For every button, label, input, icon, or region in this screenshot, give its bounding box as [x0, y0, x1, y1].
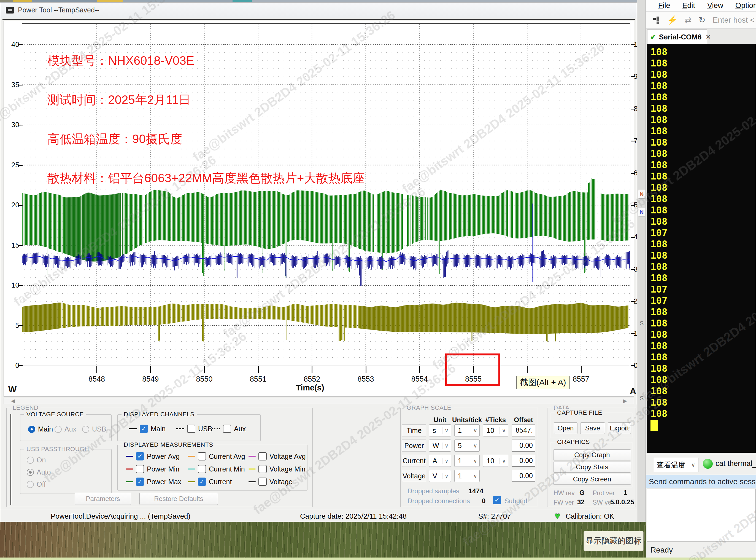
copy-screen-button[interactable]: Copy Screen: [553, 474, 631, 485]
radio-off[interactable]: [27, 481, 34, 488]
units-per-tick-dropdown-time[interactable]: 1∨: [454, 424, 480, 437]
ticks-dropdown-current[interactable]: 10∨: [483, 455, 508, 467]
usb-pt-on[interactable]: On: [27, 456, 46, 464]
radio-main[interactable]: [28, 426, 35, 433]
units-per-tick-dropdown-current[interactable]: 1∨: [454, 455, 480, 467]
enter-host-field[interactable]: Enter host <: [713, 16, 755, 24]
export-button[interactable]: Export: [608, 422, 631, 434]
quick-connect-icon[interactable]: ⚡: [667, 15, 677, 25]
send-commands-bar[interactable]: Send commands to active sess: [646, 475, 756, 488]
copy-stats-button[interactable]: Copy Stats: [553, 462, 631, 473]
menu-options[interactable]: Options: [735, 1, 756, 10]
show-hidden-icons-tooltip[interactable]: 显示隐藏的图标: [584, 531, 644, 551]
offset-field-time[interactable]: 8547.: [512, 424, 535, 437]
unit-dropdown-power[interactable]: W∨: [429, 440, 451, 452]
radio-usb[interactable]: [82, 426, 89, 433]
unit-dropdown-voltage[interactable]: V∨: [429, 470, 451, 482]
restore-defaults-button[interactable]: Restore Defaults: [140, 493, 218, 505]
radio-aux[interactable]: [55, 426, 62, 433]
ticks-dropdown-time[interactable]: 10∨: [483, 424, 508, 437]
powertool-titlebar[interactable]: Power Tool --TempSaved--: [0, 2, 637, 18]
scale-row-voltage[interactable]: Voltage: [402, 470, 426, 482]
subgrid-checkbox[interactable]: ✓: [493, 496, 501, 504]
y-right-tick-mark: [631, 205, 635, 206]
save-button[interactable]: Save: [580, 422, 605, 434]
offset-field-voltage[interactable]: 0.00: [512, 470, 535, 482]
offset-field-power[interactable]: 0.00: [512, 440, 535, 452]
terminal-line: 108: [650, 205, 756, 216]
measure-voltage-avg[interactable]: Voltage Avg: [249, 452, 306, 460]
copy-graph-button[interactable]: Copy Graph: [553, 449, 631, 460]
measure-checkbox[interactable]: [198, 452, 206, 460]
terminal-line: 108: [650, 273, 756, 284]
measure-current-avg[interactable]: Current Avg: [188, 452, 245, 460]
measure-checkbox[interactable]: [136, 465, 144, 473]
menu-edit[interactable]: Edit: [682, 1, 695, 10]
run-command-icon[interactable]: [703, 459, 713, 469]
offset-field-current[interactable]: 0.00: [512, 455, 535, 467]
radio-group-aux[interactable]: Aux: [55, 425, 76, 433]
usb-pt-auto[interactable]: Auto: [27, 468, 51, 476]
tab-serial-com6[interactable]: ✔ Serial-COM6 ✕: [647, 29, 707, 44]
channel-checkbox-main[interactable]: ✓: [140, 425, 148, 433]
measure-current[interactable]: ✓Current: [188, 478, 232, 486]
menu-file[interactable]: File: [658, 1, 670, 10]
scroll-right-icon[interactable]: ▶: [623, 398, 627, 404]
measure-checkbox[interactable]: [258, 452, 267, 460]
sidebar-tab-s[interactable]: S: [639, 320, 645, 327]
channel-aux[interactable]: Aux: [212, 425, 246, 433]
measure-checkbox[interactable]: ✓: [136, 452, 144, 460]
terminal-input-box[interactable]: [647, 488, 756, 542]
saved-command-dropdown[interactable]: 查看温度 ∨: [654, 458, 698, 472]
unit-dropdown-time[interactable]: s∨: [429, 424, 451, 437]
measure-power-min[interactable]: Power Min: [126, 465, 180, 473]
measure-color-dash: [126, 456, 133, 457]
x-tick-mark: [419, 366, 420, 373]
measure-current-min[interactable]: Current Min: [188, 465, 245, 473]
open-button[interactable]: Open: [554, 422, 578, 434]
scroll-left-icon[interactable]: ◀: [11, 398, 15, 404]
menu-view[interactable]: View: [707, 1, 723, 10]
channel-checkbox-aux[interactable]: [223, 425, 231, 433]
measure-checkbox[interactable]: ✓: [136, 478, 144, 486]
channel-checkbox-usb[interactable]: [187, 425, 195, 433]
units-per-tick-dropdown-power[interactable]: 5∨: [454, 440, 480, 452]
measure-checkbox[interactable]: [258, 478, 267, 486]
channel-main[interactable]: ✓Main: [129, 425, 166, 433]
sidebar-tab-n[interactable]: N: [638, 190, 645, 199]
units-per-tick-dropdown-voltage[interactable]: 1∨: [454, 470, 480, 482]
scale-row-current[interactable]: Current: [402, 455, 426, 467]
radio-on[interactable]: [27, 457, 34, 464]
radio-group-usb[interactable]: USB: [82, 425, 106, 433]
tab-close-icon[interactable]: ✕: [705, 33, 711, 41]
terminal-line: 108: [650, 408, 756, 419]
capture-file-groupbox: CAPTURE FILE Open Save Export: [551, 413, 632, 438]
measure-label: Current: [209, 478, 232, 486]
measure-power-avg[interactable]: ✓Power Avg: [126, 452, 180, 460]
sessions-icon[interactable]: [653, 17, 660, 24]
dropped-samples-label: Dropped samples: [407, 487, 459, 495]
power-chart-canvas[interactable]: [22, 24, 630, 366]
parameters-button[interactable]: Parameters: [75, 493, 131, 505]
chart-horizontal-scrollbar[interactable]: ◀ ▶: [4, 398, 634, 404]
sidebar-tab-s[interactable]: S: [639, 395, 645, 402]
scale-row-time[interactable]: Time: [402, 424, 426, 437]
link-icon[interactable]: ↻: [699, 15, 706, 25]
radio-group-main[interactable]: Main: [28, 425, 53, 433]
scale-row-power[interactable]: Power: [402, 440, 426, 452]
measure-checkbox[interactable]: ✓: [198, 478, 206, 486]
measure-voltage-min[interactable]: Voltage Min: [249, 465, 306, 473]
radio-auto[interactable]: [27, 469, 34, 476]
terminal-output[interactable]: 1081081081081081081081081081081081081081…: [647, 44, 756, 453]
measure-color-dash: [126, 481, 133, 482]
sidebar-tab-n[interactable]: N: [638, 207, 645, 217]
reconnect-icon[interactable]: ⇄: [685, 15, 691, 25]
measure-checkbox[interactable]: [198, 465, 206, 473]
measure-checkbox[interactable]: [258, 465, 267, 473]
y-left-tick-mark: [18, 285, 23, 286]
measure-voltage[interactable]: Voltage: [249, 478, 292, 486]
usb-pt-off[interactable]: Off: [27, 480, 46, 488]
channel-usb[interactable]: USB: [176, 425, 212, 433]
unit-dropdown-current[interactable]: A∨: [429, 455, 451, 467]
measure-power-max[interactable]: ✓Power Max: [126, 478, 181, 486]
